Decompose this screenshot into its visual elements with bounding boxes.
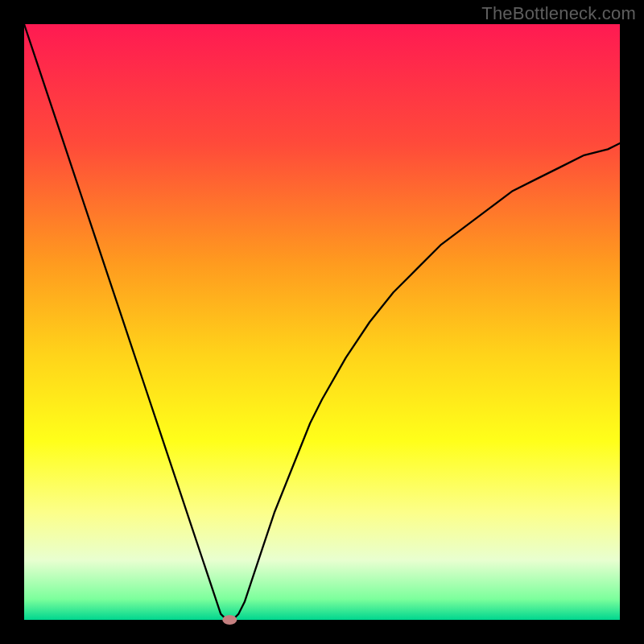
bottleneck-chart [0,0,644,644]
plot-background [24,24,620,620]
optimum-marker [222,615,237,625]
chart-frame: TheBottleneck.com [0,0,644,644]
watermark-text: TheBottleneck.com [481,3,636,24]
